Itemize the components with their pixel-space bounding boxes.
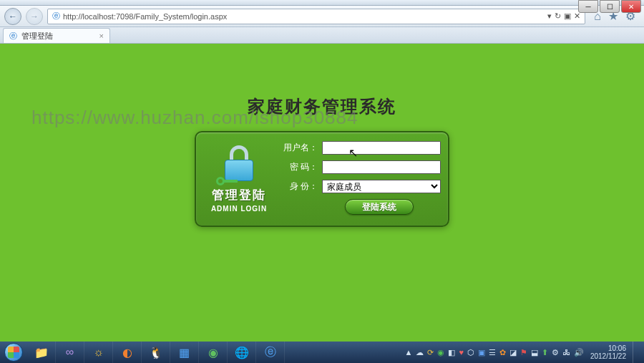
tray-icon-3[interactable]: ◉ <box>437 348 444 357</box>
tab-favicon: ⓔ <box>9 31 17 42</box>
tray-icon-6[interactable]: ⬡ <box>467 348 474 357</box>
username-label: 用户名： <box>283 142 318 154</box>
address-bar-row: ← → ⓔ http://localhost:7098/Family_Syste… <box>0 6 644 27</box>
taskbar-app1-icon[interactable]: ∞ <box>56 342 84 363</box>
refresh-icon[interactable]: ↻ <box>555 11 561 21</box>
tray-icon-1[interactable]: ☁ <box>416 348 424 357</box>
ie-icon: ⓔ <box>52 11 60 21</box>
window-titlebar <box>0 0 644 6</box>
taskbar-ie-icon[interactable]: ⓔ <box>256 342 285 363</box>
window-maximize-button[interactable]: ☐ <box>600 0 620 13</box>
clock-time: 10:06 <box>590 344 626 352</box>
tab-strip: ⓔ 管理登陆 × <box>0 27 644 44</box>
tray-up-icon[interactable]: ▲ <box>405 348 413 357</box>
tray-icon-12[interactable]: ⬓ <box>531 348 538 357</box>
tray-icon-5[interactable]: ♥ <box>459 348 464 357</box>
taskbar-clock[interactable]: 10:06 2012/11/22 <box>587 344 629 360</box>
url-input[interactable]: ⓔ http://localhost:7098/Family_System/lo… <box>47 9 585 24</box>
login-left-panel: 管理登陆 ADMIN LOGIN <box>203 140 275 218</box>
tray-icon-8[interactable]: ☰ <box>489 348 496 357</box>
window-minimize-button[interactable]: ─ <box>578 0 598 13</box>
login-left-title: 管理登陆 <box>212 187 266 203</box>
url-text: http://localhost:7098/Family_System/logi… <box>63 12 227 21</box>
tab-close-button[interactable]: × <box>99 32 104 40</box>
tray-icon-9[interactable]: ✿ <box>499 348 506 357</box>
nav-back-button[interactable]: ← <box>4 8 21 25</box>
taskbar-explorer-icon[interactable]: 📁 <box>27 342 56 363</box>
login-form: 用户名： 密 码： 身 份： 家庭成员 登陆系统 <box>283 140 441 218</box>
taskbar-app6-icon[interactable]: ◉ <box>199 342 228 363</box>
tray-icon-2[interactable]: ⟳ <box>427 348 434 357</box>
taskbar-qq-icon[interactable]: 🐧 <box>142 342 170 363</box>
taskbar-app2-icon[interactable]: ☼ <box>84 342 113 363</box>
password-label: 密 码： <box>283 161 318 173</box>
tray-icon-7[interactable]: ▣ <box>478 348 485 357</box>
taskbar-app3-icon[interactable]: ◐ <box>113 342 142 363</box>
compat-icon[interactable]: ▣ <box>564 11 571 21</box>
show-desktop-button[interactable] <box>633 342 640 363</box>
password-input[interactable] <box>322 160 441 174</box>
username-input[interactable] <box>322 141 441 155</box>
login-panel: 管理登陆 ADMIN LOGIN 用户名： 密 码： 身 份： 家庭成员 登陆系… <box>195 131 449 227</box>
browser-tab[interactable]: ⓔ 管理登陆 × <box>3 28 110 43</box>
clock-date: 2012/11/22 <box>590 352 626 360</box>
tray-volume-icon[interactable]: 🔊 <box>574 348 584 357</box>
tray-icon-11[interactable]: ⚑ <box>520 348 527 357</box>
system-tray: ▲ ☁ ⟳ ◉ ◧ ♥ ⬡ ▣ ☰ ✿ ◪ ⚑ ⬓ ⬆ ⚙ 🖧 🔊 10:06 … <box>401 342 644 363</box>
stop-icon[interactable]: ▾ <box>547 11 552 21</box>
role-select[interactable]: 家庭成员 <box>322 180 441 193</box>
tray-network-icon[interactable]: 🖧 <box>562 348 570 357</box>
login-submit-button[interactable]: 登陆系统 <box>345 199 414 215</box>
taskbar: 📁 ∞ ☼ ◐ 🐧 ▦ ◉ 🌐 ⓔ ▲ ☁ ⟳ ◉ ◧ ♥ ⬡ ▣ ☰ ✿ ◪ … <box>0 342 644 363</box>
taskbar-app5-icon[interactable]: ▦ <box>170 342 199 363</box>
role-label: 身 份： <box>283 180 318 193</box>
tray-icon-10[interactable]: ◪ <box>509 348 517 357</box>
watermark-text: https://www.huzhan.com/ishop30884 <box>31 107 358 129</box>
nav-forward-button[interactable]: → <box>26 8 43 25</box>
start-button[interactable] <box>0 342 27 363</box>
page-content: 家庭财务管理系统 https://www.huzhan.com/ishop308… <box>0 44 644 342</box>
login-left-subtitle: ADMIN LOGIN <box>211 205 267 213</box>
tray-icon-13[interactable]: ⬆ <box>542 348 548 357</box>
lock-icon <box>219 145 259 185</box>
tray-icon-14[interactable]: ⚙ <box>552 348 559 357</box>
taskbar-chrome-icon[interactable]: 🌐 <box>228 342 256 363</box>
tray-icon-4[interactable]: ◧ <box>448 348 455 357</box>
tab-title: 管理登陆 <box>21 31 53 42</box>
window-close-button[interactable]: ✕ <box>621 0 641 13</box>
